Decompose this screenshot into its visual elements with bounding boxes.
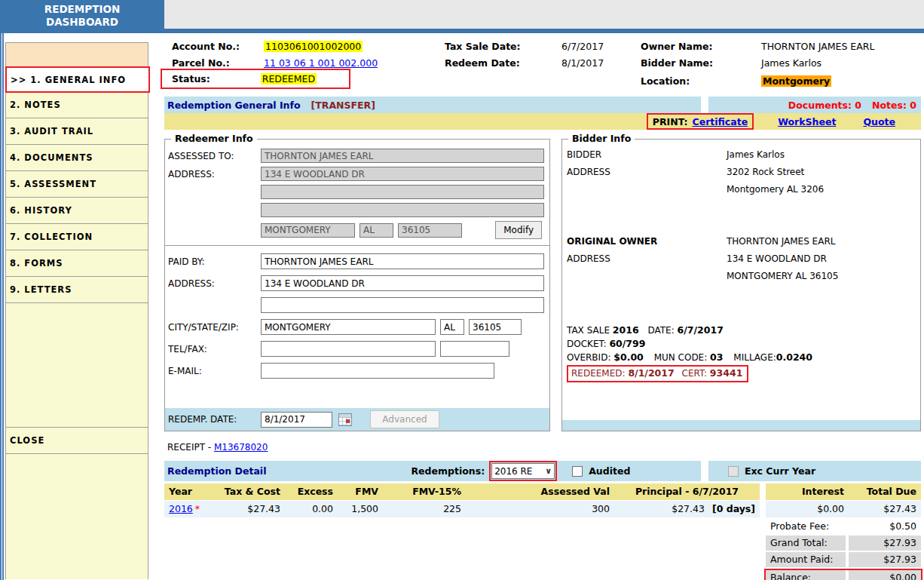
redemption-detail-title: Redemption Detail bbox=[167, 465, 266, 477]
paid-by-label: PAID BY: bbox=[168, 256, 261, 267]
row-days: [0 days] bbox=[712, 503, 755, 514]
sidebar-filler-bottom bbox=[6, 454, 148, 579]
tax-sale-date-label2: DATE: bbox=[647, 325, 674, 336]
owner-address2: MONTGOMERY AL 36105 bbox=[727, 271, 838, 281]
row-year-cell: 2016* bbox=[164, 501, 219, 517]
col-excess: Excess bbox=[285, 483, 338, 500]
balance-label: Balance: bbox=[766, 570, 846, 580]
sidebar-top-block bbox=[6, 43, 148, 67]
col-tax-cost: Tax & Cost bbox=[219, 483, 285, 500]
tel-fax-label: TEL/FAX: bbox=[168, 344, 261, 354]
exc-curr-year-checkbox bbox=[728, 466, 739, 477]
row-fmv: 1,500 bbox=[338, 501, 383, 517]
paid-city-field[interactable] bbox=[261, 319, 436, 335]
balance-row: Balance: $0.00 bbox=[764, 569, 922, 580]
assessed-state-field bbox=[360, 223, 393, 238]
col-year: Year bbox=[164, 483, 219, 500]
sidebar-item-notes[interactable]: 2. NOTES bbox=[6, 92, 148, 118]
receipt-link[interactable]: M13678020 bbox=[214, 442, 268, 453]
assessed-address3-field bbox=[261, 203, 544, 217]
assessed-city-field bbox=[261, 223, 355, 238]
account-no-value: 1103061001002000 bbox=[264, 41, 363, 52]
location-value: Montgomery bbox=[761, 75, 831, 87]
sidebar-item-assessment[interactable]: 5. ASSESSMENT bbox=[6, 171, 148, 198]
year-link[interactable]: 2016 bbox=[169, 503, 193, 514]
sidebar-item-letters[interactable]: 9. LETTERS bbox=[6, 277, 148, 303]
owner-name-value: THORNTON JAMES EARL bbox=[761, 41, 874, 52]
overbid-value: $0.00 bbox=[613, 351, 644, 363]
redemption-date-bar: REDEMP. DATE: Advanced bbox=[165, 408, 549, 431]
account-header: Account No.: 1103061001002000 Tax Sale D… bbox=[164, 33, 921, 95]
original-owner-label: ORIGINAL OWNER bbox=[567, 236, 727, 247]
notes-count: Notes: 0 bbox=[872, 100, 916, 111]
general-info-bar: Redemption General Info [TRANSFER] Docum… bbox=[164, 97, 921, 113]
bidder-bottom-bar bbox=[562, 420, 920, 431]
sidebar-item-collection[interactable]: 7. COLLECTION bbox=[6, 224, 148, 250]
col-principal: Principal - 6/7/2017 bbox=[614, 483, 760, 500]
general-info-title: Redemption General Info bbox=[167, 100, 301, 111]
row-assessed-val: 300 bbox=[466, 501, 614, 517]
year-flag: * bbox=[195, 503, 200, 514]
redemption-detail-table: Year Tax & Cost Excess FMV FMV-15% Asses… bbox=[164, 483, 921, 517]
tax-sale-summary: TAX SALE 2016 DATE: 6/7/2017 DOCKET: 60/… bbox=[567, 324, 920, 382]
print-worksheet-link[interactable]: WorkSheet bbox=[778, 116, 836, 127]
print-bar: PRINT: Certificate WorkSheet Quote bbox=[164, 113, 921, 130]
paid-address2-field[interactable] bbox=[261, 297, 544, 313]
grand-total-row: Grand Total: $27.93 bbox=[766, 536, 921, 551]
redeem-date-label: Redeem Date: bbox=[445, 57, 520, 69]
fax-field[interactable] bbox=[440, 341, 509, 357]
sidebar-item-close[interactable]: CLOSE bbox=[6, 428, 148, 454]
grand-total-value: $27.93 bbox=[849, 536, 921, 551]
bidder-name-label: Bidder Name: bbox=[641, 57, 713, 69]
paid-zip-field[interactable] bbox=[469, 319, 522, 335]
receipt-label: RECEIPT - bbox=[167, 442, 214, 453]
redemptions-label: Redemptions: bbox=[411, 465, 485, 477]
print-certificate-link[interactable]: Certificate bbox=[693, 116, 748, 127]
bidder-label: BIDDER bbox=[567, 149, 727, 160]
print-quote-link[interactable]: Quote bbox=[863, 116, 895, 127]
documents-count: Documents: 0 bbox=[788, 100, 861, 111]
print-label: PRINT: bbox=[653, 116, 688, 127]
assessed-address1-field bbox=[261, 167, 544, 181]
general-info-bar-title: Redemption General Info [TRANSFER] bbox=[164, 97, 701, 113]
status-value: REDEEMED bbox=[261, 73, 317, 84]
sidebar-item-general-info[interactable]: >> 1. GENERAL INFO bbox=[5, 66, 150, 93]
sidebar-item-forms[interactable]: 8. FORMS bbox=[6, 250, 148, 277]
modify-button[interactable]: Modify bbox=[495, 221, 542, 239]
assessed-address2-field bbox=[261, 185, 544, 199]
exc-curr-year-label: Exc Curr Year bbox=[745, 465, 815, 477]
calendar-icon[interactable] bbox=[338, 413, 352, 426]
email-field[interactable] bbox=[261, 363, 494, 379]
col-interest: Interest bbox=[766, 483, 849, 500]
sidebar-item-audit-trail[interactable]: 3. AUDIT TRAIL bbox=[6, 118, 148, 145]
millage-label: MILLAGE: bbox=[733, 352, 776, 363]
col-total-due: Total Due bbox=[849, 483, 921, 500]
paid-state-field[interactable] bbox=[440, 319, 464, 335]
app-title: REDEMPTION DASHBOARD bbox=[0, 0, 164, 33]
paid-address1-field[interactable] bbox=[261, 275, 544, 291]
tax-sale-label: TAX SALE bbox=[567, 325, 610, 336]
redeemed-label: REDEEMED: bbox=[571, 368, 626, 379]
bidder-info-panel: Bidder Info BIDDER James Karlos ADDRESS … bbox=[561, 139, 921, 431]
mun-code-value: 03 bbox=[710, 351, 723, 363]
docket-label: DOCKET: bbox=[567, 339, 607, 349]
redemptions-select[interactable]: 2016 RE ∨ bbox=[491, 463, 555, 479]
bidder-address2: Montgomery AL 3206 bbox=[727, 184, 824, 195]
audited-label: Audited bbox=[589, 465, 630, 477]
status-label: Status: bbox=[172, 73, 210, 84]
parcel-no-link[interactable]: 11 03 06 1 001 002.000 bbox=[264, 57, 378, 69]
audited-checkbox[interactable] bbox=[572, 466, 583, 477]
paid-by-field[interactable] bbox=[261, 253, 544, 269]
amount-paid-row: Amount Paid: $27.93 bbox=[766, 552, 921, 567]
parcel-no-label: Parcel No.: bbox=[172, 57, 230, 69]
redemp-date-label: REDEMP. DATE: bbox=[168, 414, 261, 425]
sidebar-item-documents[interactable]: 4. DOCUMENTS bbox=[6, 145, 148, 171]
sidebar-item-history[interactable]: 6. HISTORY bbox=[6, 198, 148, 224]
redeemed-annotation-box: REDEEMED: 8/1/2017 CERT: 93441 bbox=[567, 365, 748, 382]
owner-name-label: Owner Name: bbox=[641, 41, 712, 52]
tel-field[interactable] bbox=[261, 341, 436, 357]
mun-code-label: MUN CODE: bbox=[654, 352, 708, 363]
redemp-date-field[interactable] bbox=[261, 412, 332, 428]
assessed-zip-field bbox=[398, 223, 462, 238]
sidebar: >> 1. GENERAL INFO 2. NOTES 3. AUDIT TRA… bbox=[0, 33, 157, 580]
